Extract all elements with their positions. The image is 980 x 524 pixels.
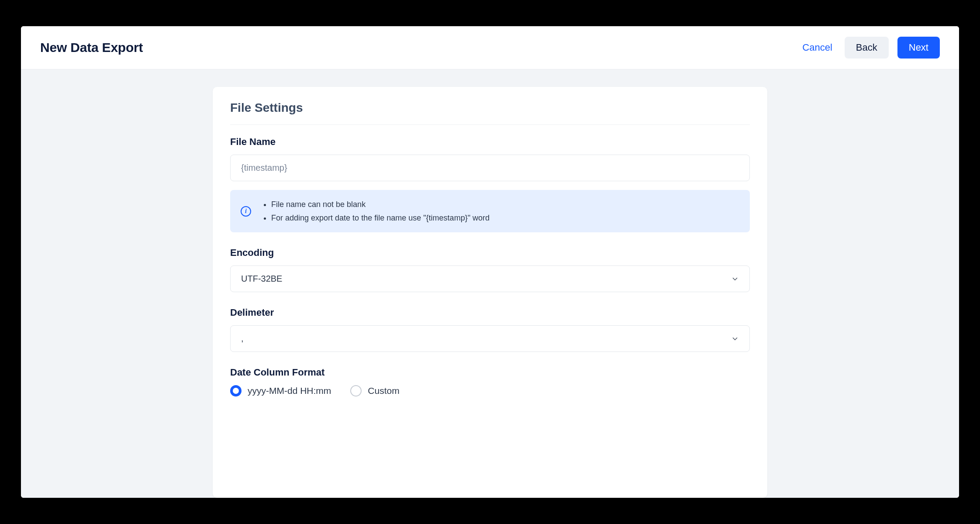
encoding-label: Encoding	[230, 247, 750, 259]
date-format-radio-row: yyyy-MM-dd HH:mm Custom	[230, 385, 750, 396]
page-header: New Data Export Cancel Back Next	[21, 26, 959, 69]
delimeter-value: ,	[241, 334, 244, 344]
info-line-1: File name can not be blank	[271, 198, 490, 211]
encoding-select-display[interactable]: UTF-32BE	[230, 265, 750, 292]
file-name-label: File Name	[230, 136, 750, 148]
delimeter-select-display[interactable]: ,	[230, 325, 750, 352]
encoding-select[interactable]: UTF-32BE	[230, 265, 750, 292]
chevron-down-icon	[731, 335, 739, 343]
date-format-group: Date Column Format yyyy-MM-dd HH:mm Cust…	[230, 367, 750, 396]
delimeter-label: Delimeter	[230, 307, 750, 318]
content-area: File Settings File Name i File name can …	[21, 69, 959, 498]
cancel-button[interactable]: Cancel	[799, 37, 835, 59]
file-settings-card: File Settings File Name i File name can …	[213, 87, 767, 498]
delimeter-select[interactable]: ,	[230, 325, 750, 352]
date-format-label: Date Column Format	[230, 367, 750, 378]
info-line-2: For adding export date to the file name …	[271, 211, 490, 225]
file-name-input[interactable]	[230, 155, 750, 181]
page-title: New Data Export	[40, 40, 143, 55]
file-name-info-list: File name can not be blank For adding ex…	[261, 198, 490, 224]
header-actions: Cancel Back Next	[799, 37, 940, 59]
file-name-group: File Name i File name can not be blank F…	[230, 136, 750, 232]
date-format-default-radio[interactable]: yyyy-MM-dd HH:mm	[230, 385, 331, 396]
chevron-down-icon	[731, 275, 739, 283]
date-format-custom-label: Custom	[368, 386, 399, 396]
info-icon: i	[241, 206, 251, 217]
radio-icon	[350, 385, 362, 396]
delimeter-group: Delimeter ,	[230, 307, 750, 352]
back-button[interactable]: Back	[845, 37, 889, 59]
file-name-info-banner: i File name can not be blank For adding …	[230, 190, 750, 232]
encoding-value: UTF-32BE	[241, 274, 282, 284]
date-format-default-label: yyyy-MM-dd HH:mm	[248, 386, 331, 396]
app-window: New Data Export Cancel Back Next File Se…	[21, 26, 959, 498]
encoding-group: Encoding UTF-32BE	[230, 247, 750, 292]
date-format-custom-radio[interactable]: Custom	[350, 385, 399, 396]
card-title: File Settings	[230, 101, 750, 125]
next-button[interactable]: Next	[897, 37, 940, 59]
radio-icon	[230, 385, 242, 396]
